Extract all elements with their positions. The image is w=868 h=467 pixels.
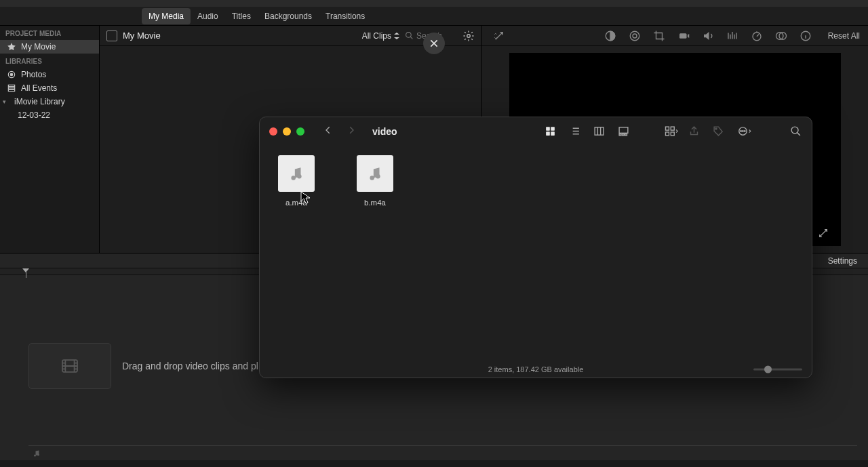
playhead-line[interactable] [26,268,26,278]
svg-rect-29 [671,127,674,130]
volume-icon[interactable] [702,30,714,42]
svg-point-31 [715,128,717,129]
svg-rect-3 [8,87,14,89]
sidebar-item-all-events[interactable]: All Events [0,81,99,95]
icon-size-slider[interactable] [753,369,802,371]
timeline-settings-button[interactable]: Settings [828,256,857,266]
window-close-button[interactable] [269,127,277,136]
window-minimize-button[interactable] [283,127,291,136]
nav-back-button[interactable] [323,125,336,138]
noise-reduction-icon[interactable] [726,30,738,42]
svg-point-16 [34,454,36,456]
finder-search-button[interactable] [790,125,802,138]
sidebar-item-photos[interactable]: Photos [0,68,99,81]
svg-rect-2 [8,85,14,86]
media-title: My Movie [123,31,161,41]
svg-point-17 [37,453,39,455]
enhance-icon[interactable] [493,30,505,42]
slider-knob[interactable] [764,366,772,373]
view-icons-button[interactable] [545,125,557,138]
filmstrip-toggle-icon[interactable] [106,31,117,41]
sidebar-item-imovie-library[interactable]: ▾ iMovie Library [0,95,99,108]
audio-track[interactable] [28,445,857,460]
nav-forward-button[interactable] [347,125,359,138]
file-item[interactable]: a.m4a [272,155,321,352]
sidebar-item-date[interactable]: 12-03-22 [0,108,99,122]
svg-rect-25 [622,134,624,136]
svg-rect-20 [546,131,550,136]
svg-point-6 [467,34,471,37]
color-balance-icon[interactable] [604,30,616,42]
clip-filter-icon[interactable] [775,30,787,42]
timeline-drop-hint: Drag and drop video clips and pl [122,361,258,371]
film-icon [60,359,79,373]
finder-window: video a.m4a b.m4a [259,117,812,378]
tab-transitions[interactable]: Transitions [319,8,372,24]
finder-title: video [372,126,397,137]
crop-icon[interactable] [653,30,665,42]
svg-rect-23 [619,127,628,134]
sidebar: PROJECT MEDIA My Movie LIBRARIES Photos … [0,26,100,253]
view-gallery-button[interactable] [618,125,630,138]
svg-point-9 [633,34,637,38]
sidebar-item-my-movie[interactable]: My Movie [0,40,99,54]
svg-rect-27 [666,127,669,130]
svg-point-40 [376,174,380,179]
svg-rect-22 [595,127,604,135]
expand-icon[interactable] [818,228,829,239]
reset-all-button[interactable]: Reset All [828,31,860,41]
share-button[interactable] [688,125,701,138]
timeline-slot[interactable] [28,343,111,389]
sidebar-item-label: Photos [21,70,46,79]
svg-point-5 [406,33,412,38]
svg-rect-28 [666,132,669,136]
media-tabs: My Media Audio Titles Backgrounds Transi… [0,7,868,26]
svg-rect-4 [8,89,14,91]
stabilization-icon[interactable] [677,30,690,42]
svg-rect-10 [679,33,687,39]
group-by-button[interactable] [664,125,676,138]
svg-rect-18 [546,127,550,131]
chevron-down-icon[interactable]: ▾ [3,98,9,105]
search-icon [405,31,414,40]
close-overlay-button[interactable] [423,33,445,54]
svg-point-33 [741,131,741,131]
svg-rect-30 [671,132,674,136]
tab-backgrounds[interactable]: Backgrounds [258,8,319,24]
file-label: a.m4a [285,199,307,207]
svg-rect-21 [551,131,555,136]
photos-icon [7,70,16,79]
action-menu-button[interactable] [737,125,749,138]
color-correction-icon[interactable] [629,30,641,42]
finder-titlebar[interactable]: video [260,117,812,146]
svg-point-1 [10,73,13,76]
finder-body[interactable]: a.m4a b.m4a [260,146,812,361]
sidebar-item-label: My Movie [21,42,56,52]
tab-titles[interactable]: Titles [225,8,258,24]
stack-icon [7,83,16,93]
svg-point-38 [297,174,302,179]
sidebar-item-label: All Events [21,83,57,93]
tags-button[interactable] [713,125,725,138]
info-icon[interactable] [800,30,812,42]
sidebar-item-label: iMovie Library [14,97,65,106]
view-columns-button[interactable] [593,125,606,138]
sidebar-header-libraries: LIBRARIES [0,54,99,68]
finder-status-bar: 2 items, 187.42 GB available [260,361,812,378]
sidebar-header-project-media: PROJECT MEDIA [0,26,99,40]
speed-icon[interactable] [751,30,763,42]
svg-point-8 [630,31,639,41]
tab-audio[interactable]: Audio [191,8,225,24]
svg-point-37 [291,176,296,180]
svg-point-34 [743,131,743,131]
svg-point-39 [370,176,374,180]
gear-icon[interactable] [462,30,475,42]
file-item[interactable]: b.m4a [351,155,399,352]
view-list-button[interactable] [569,125,581,138]
clip-filter[interactable]: All Clips [362,31,399,41]
svg-rect-24 [619,134,621,136]
svg-rect-26 [625,134,627,136]
star-icon [7,42,16,52]
tab-my-media[interactable]: My Media [142,8,191,24]
window-zoom-button[interactable] [296,127,304,136]
